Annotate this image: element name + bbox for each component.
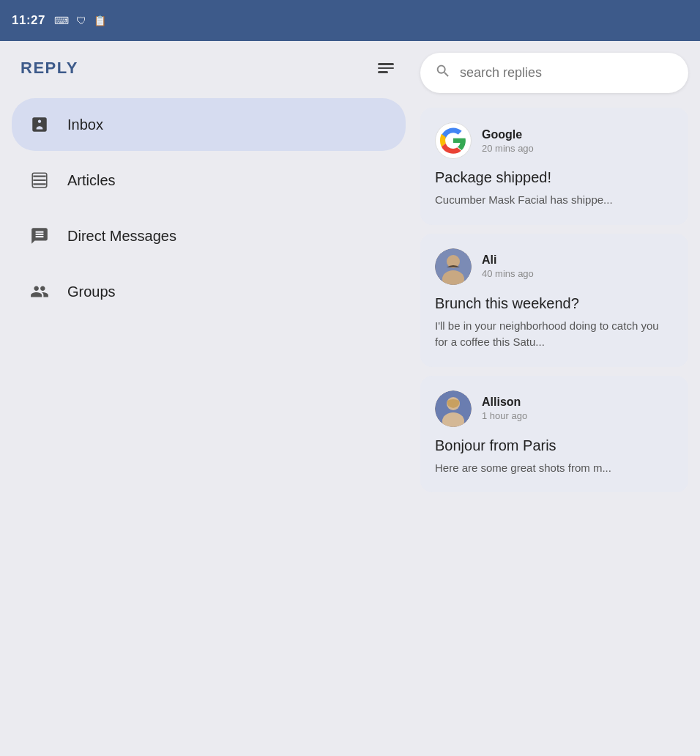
message-card-ali[interactable]: Ali 40 mins ago Brunch this weekend? I'l… xyxy=(420,234,688,367)
groups-icon xyxy=(26,278,53,305)
message-preview-google: Cucumber Mask Facial has shippe... xyxy=(435,192,674,209)
sender-name-google: Google xyxy=(482,128,534,141)
sender-info-google: Google 20 mins ago xyxy=(482,128,534,154)
sender-time-allison: 1 hour ago xyxy=(482,410,527,421)
message-preview-ali: I'll be in your neighborhood doing to ca… xyxy=(435,318,674,351)
message-card-allison[interactable]: Allison 1 hour ago Bonjour from Paris He… xyxy=(420,376,688,493)
status-bar: 11:27 ⌨ 🛡 📋 xyxy=(0,0,700,41)
message-card-google[interactable]: Google 20 mins ago Package shipped! Cucu… xyxy=(420,108,688,225)
groups-label: Groups xyxy=(67,284,116,300)
search-bar xyxy=(420,53,688,93)
message-header-google: Google 20 mins ago xyxy=(435,122,674,159)
shield-icon: 🛡 xyxy=(76,15,86,26)
status-time: 11:27 xyxy=(12,13,45,28)
allison-avatar xyxy=(435,390,472,427)
search-icon xyxy=(435,63,451,83)
status-icons: ⌨ 🛡 📋 xyxy=(54,15,106,26)
search-input[interactable] xyxy=(460,65,674,81)
direct-messages-label: Direct Messages xyxy=(67,228,176,245)
right-panel: Google 20 mins ago Package shipped! Cucu… xyxy=(417,41,700,756)
messages-list: Google 20 mins ago Package shipped! Cucu… xyxy=(417,108,700,756)
inbox-label: Inbox xyxy=(67,116,103,133)
direct-messages-icon xyxy=(26,223,53,249)
keyboard-icon: ⌨ xyxy=(54,15,69,26)
sidebar-item-direct-messages[interactable]: Direct Messages xyxy=(12,210,406,262)
sender-time-google: 20 mins ago xyxy=(482,143,534,154)
message-header-allison: Allison 1 hour ago xyxy=(435,390,674,427)
menu-line-1 xyxy=(378,63,394,65)
main-container: REPLY Inbox Articl xyxy=(0,41,700,756)
menu-line-3 xyxy=(378,71,388,73)
sdcard-icon: 📋 xyxy=(94,15,106,26)
hamburger-icon[interactable] xyxy=(375,60,397,76)
sender-time-ali: 40 mins ago xyxy=(482,268,534,279)
articles-label: Articles xyxy=(67,172,116,189)
menu-line-2 xyxy=(378,67,394,70)
message-preview-allison: Here are some great shots from m... xyxy=(435,460,674,477)
sidebar-item-inbox[interactable]: Inbox xyxy=(12,98,406,151)
sidebar-item-articles[interactable]: Articles xyxy=(12,154,406,207)
ali-avatar-image xyxy=(435,248,472,285)
google-avatar xyxy=(435,122,472,159)
app-title: REPLY xyxy=(21,59,78,78)
sender-info-ali: Ali 40 mins ago xyxy=(482,253,534,279)
allison-avatar-image xyxy=(435,390,472,427)
sidebar: REPLY Inbox Articl xyxy=(0,41,417,756)
sidebar-header: REPLY xyxy=(12,59,406,78)
sender-name-ali: Ali xyxy=(482,253,534,267)
inbox-icon xyxy=(26,111,53,138)
articles-icon xyxy=(26,167,53,193)
sidebar-item-groups[interactable]: Groups xyxy=(12,265,406,318)
message-subject-google: Package shipped! xyxy=(435,169,674,186)
message-subject-allison: Bonjour from Paris xyxy=(435,437,674,454)
sender-name-allison: Allison xyxy=(482,396,527,409)
message-header-ali: Ali 40 mins ago xyxy=(435,248,674,285)
ali-avatar xyxy=(435,248,472,285)
sender-info-allison: Allison 1 hour ago xyxy=(482,396,527,421)
message-subject-ali: Brunch this weekend? xyxy=(435,295,674,312)
